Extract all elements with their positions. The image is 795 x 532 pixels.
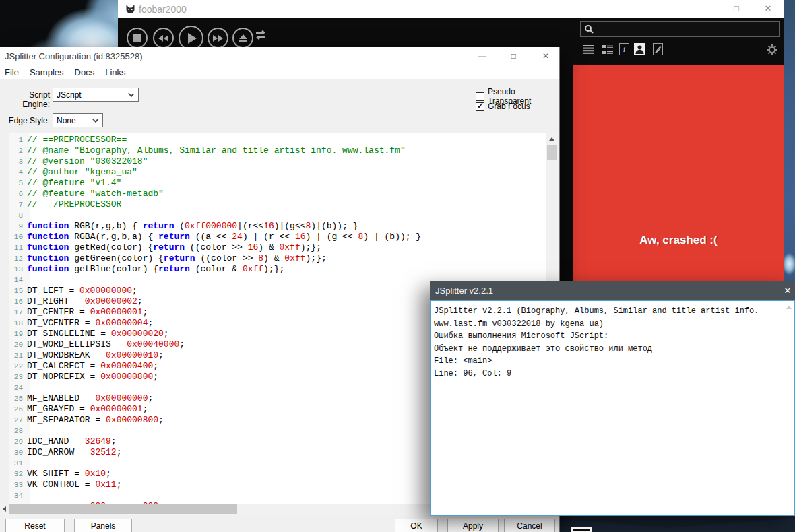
cancel-button[interactable]: Cancel — [504, 519, 555, 532]
previous-icon — [158, 35, 163, 42]
console-close-icon[interactable]: ✕ — [782, 286, 794, 296]
lyrics-view-icon[interactable] — [653, 43, 663, 55]
jsplitter-console-window: JSplitter v2.2.1 ✕ JSplitter v2.2.1 (Bio… — [430, 281, 795, 516]
dialog-title: JSplitter Configuration (id:8325528) — [5, 51, 143, 61]
edge-style-label: Edge Style: — [5, 116, 50, 125]
desktop-wallpaper-right-strip — [784, 0, 795, 281]
stop-button[interactable] — [127, 28, 148, 48]
code-line: 5// @feature "v1.4" — [9, 178, 546, 189]
search-input[interactable] — [597, 24, 765, 34]
code-line: 13function getBlue(color) {return (color… — [9, 264, 546, 275]
search-icon — [584, 24, 594, 34]
console-line: www.last.fm v030322018 by kgena_ua) — [434, 318, 791, 331]
details-view-icon[interactable] — [600, 43, 614, 56]
menu-samples[interactable]: Samples — [28, 67, 65, 77]
chevron-down-icon — [92, 117, 98, 123]
script-engine-label: Script Engine: — [5, 90, 50, 109]
code-line: 11function getRed(color) {return ((color… — [9, 242, 546, 253]
foobar-minimize-icon[interactable]: — — [692, 0, 712, 18]
dialog-maximize-icon[interactable]: □ — [504, 47, 523, 65]
artist-view-icon[interactable] — [634, 43, 645, 55]
panels-button[interactable]: Panels — [74, 519, 132, 532]
horizontal-scroll-thumb[interactable] — [9, 504, 237, 514]
foobar-maximize-icon[interactable]: □ — [726, 0, 746, 18]
foobar2000-titlebar: foobar2000 — □ ✕ — [118, 0, 784, 18]
search-box[interactable] — [580, 21, 780, 37]
previous-icon — [164, 35, 168, 42]
taskbar-peek-icon — [571, 527, 592, 532]
script-engine-select[interactable]: JScript — [53, 88, 139, 102]
menu-links[interactable]: Links — [104, 67, 127, 77]
dialog-minimize-icon[interactable]: — — [473, 47, 492, 65]
grab-focus-checkbox[interactable]: Grab Focus — [476, 102, 530, 111]
console-titlebar: JSplitter v2.2.1 ✕ — [430, 281, 795, 300]
scroll-left-icon[interactable] — [3, 506, 6, 512]
apply-button[interactable]: Apply — [447, 519, 499, 532]
menu-docs[interactable]: Docs — [73, 67, 96, 77]
code-line: 10function RGBA(r,g,b,a) { return ((a <<… — [9, 232, 546, 242]
crashed-panel: Aw, crashed :( — [573, 65, 784, 281]
console-title: JSplitter v2.2.1 — [435, 286, 493, 296]
next-icon — [218, 35, 223, 42]
code-line: 1// ==PREPROCESSOR== — [9, 135, 546, 145]
screen: foobar2000 — □ ✕ i — [0, 0, 795, 532]
chevron-down-icon — [128, 91, 134, 97]
foobar2000-title: foobar2000 — [139, 4, 187, 15]
code-line: 8 — [9, 210, 546, 221]
play-icon — [188, 33, 197, 44]
list-view-icon[interactable] — [581, 43, 595, 56]
dialog-close-icon[interactable]: ✕ — [536, 47, 555, 65]
foobar2000-fox-icon — [125, 4, 135, 17]
code-line: 2// @name "Biography, Albums, Similar an… — [9, 145, 546, 156]
console-scroll-up-icon[interactable] — [786, 306, 792, 309]
console-line: File: <main> — [434, 355, 791, 368]
next-button[interactable] — [208, 28, 228, 48]
vertical-scroll-thumb[interactable] — [547, 145, 557, 160]
dialog-bottom-bar: Reset Panels OK Apply Cancel — [0, 515, 560, 532]
code-line: 9function RGB(r,g,b) { return (0xff00000… — [9, 221, 546, 232]
stop-icon — [133, 34, 141, 42]
script-engine-value: JScript — [57, 90, 82, 100]
code-line: 12function getGreen(color) {return ((col… — [9, 253, 546, 264]
code-line: 4// @author "kgena_ua" — [9, 167, 546, 178]
dialog-titlebar: JSplitter Configuration (id:8325528) — □… — [0, 47, 559, 65]
reset-button[interactable]: Reset — [5, 519, 65, 532]
checkbox-label: Grab Focus — [488, 102, 530, 111]
crashed-message: Aw, crashed :( — [573, 234, 784, 247]
desktop-wallpaper-album-art — [0, 0, 119, 47]
code-line: 3// @version "030322018" — [9, 156, 546, 167]
info-view-icon[interactable]: i — [619, 43, 629, 55]
code-line: 7// ==/PREPROCESSOR== — [9, 199, 546, 210]
next-icon — [213, 35, 218, 42]
foobar-close-icon[interactable]: ✕ — [758, 0, 778, 18]
scroll-up-icon[interactable] — [549, 137, 554, 141]
eject-icon — [239, 34, 247, 39]
edge-style-value: None — [57, 116, 76, 125]
settings-gear-icon[interactable] — [766, 44, 778, 59]
checkbox-box — [476, 92, 484, 101]
eject-button[interactable] — [232, 28, 253, 48]
code-line: 6// @feature "watch-metadb" — [9, 189, 546, 199]
ok-button[interactable]: OK — [395, 519, 438, 532]
eject-icon — [238, 40, 247, 42]
previous-button[interactable] — [153, 28, 174, 48]
repeat-icon[interactable] — [254, 30, 267, 44]
console-output: JSplitter v2.2.1 (Biography, Albums, Sim… — [430, 300, 795, 516]
menu-file[interactable]: File — [3, 67, 20, 77]
edge-style-select[interactable]: None — [53, 113, 103, 127]
menu-bar: FileSamplesDocsLinks — [0, 65, 559, 79]
console-line: Line: 96, Col: 9 — [434, 368, 791, 380]
console-line: JSplitter v2.2.1 (Biography, Albums, Sim… — [434, 305, 791, 318]
console-line: Ошибка выполнения Microsoft JScript: — [434, 330, 791, 343]
console-line: Объект не поддерживает это свойство или … — [434, 343, 791, 356]
checkbox-box — [476, 102, 484, 111]
